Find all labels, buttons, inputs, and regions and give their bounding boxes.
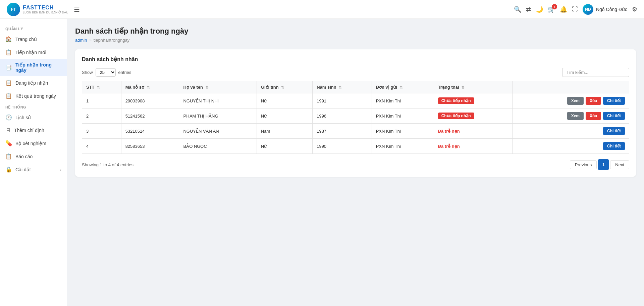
btn-chitiết[interactable]: Chi tiết <box>603 142 625 150</box>
monitor-icon: 🖥 <box>5 127 11 133</box>
pagination-wrap: Showing 1 to 4 of 4 entries Previous 1 N… <box>82 159 629 170</box>
col-stt: STT ⇅ <box>82 81 121 93</box>
document-icon: 📑 <box>5 64 12 71</box>
action-buttons: XemXóaChi tiết <box>517 97 625 105</box>
avatar: NĐ <box>583 4 593 15</box>
cell-stt: 4 <box>82 139 121 154</box>
card-title: Danh sách bệnh nhân <box>82 56 629 62</box>
sidebar-section-hethong: HỆ THỐNG <box>0 102 67 111</box>
cell-stt: 3 <box>82 124 121 139</box>
entries-label: entries <box>118 70 131 75</box>
topnav-right: 🔍 ⇄ 🌙 🛒 5 🔔 ⛶ NĐ Ngô Công Đức ⚙ <box>514 4 637 15</box>
user-info[interactable]: NĐ Ngô Công Đức <box>583 4 627 15</box>
clipboard2-icon: 📋 <box>5 80 12 86</box>
col-hovaten: Họ và tên ⇅ <box>179 81 257 93</box>
show-label: Show <box>82 70 93 75</box>
medicine-icon: 💊 <box>5 140 12 146</box>
sidebar-section-quanly: QUẢN LÝ <box>0 24 67 33</box>
sort-icon-hovaten[interactable]: ⇅ <box>206 85 209 89</box>
sidebar-label-themchinh: Thêm chỉ định <box>14 128 44 133</box>
table-controls: Show 25 50 100 entries <box>82 68 629 77</box>
action-buttons: XemXóaChi tiết <box>517 112 625 120</box>
patient-list-card: Danh sách bệnh nhân Show 25 50 100 entri… <box>75 49 636 177</box>
sidebar-label-tiepnhanmoi: Tiếp nhận mới <box>15 50 46 55</box>
btn-chitiết[interactable]: Chi tiết <box>603 97 625 105</box>
btn-chitiết[interactable]: Chi tiết <box>603 112 625 120</box>
settings-icon[interactable]: ⚙ <box>632 6 637 13</box>
col-actions <box>513 81 629 93</box>
sidebar-label-caidat: Cài đặt <box>15 167 31 172</box>
btn-chitiết[interactable]: Chi tiết <box>603 127 625 135</box>
sort-icon-gioitinh[interactable]: ⇅ <box>281 85 284 89</box>
cell-mahoso: 53210514 <box>121 124 179 139</box>
breadcrumb-admin[interactable]: admin <box>75 38 87 43</box>
cell-donvigui: PXN Kim Thi <box>372 139 434 154</box>
logo-icon: FT <box>7 3 20 16</box>
cell-actions: XemXóaChi tiết <box>513 108 629 124</box>
cell-stt: 1 <box>82 93 121 108</box>
cell-hovaten: PHẠM THỊ HẰNG <box>179 108 257 124</box>
sidebar-item-baocao[interactable]: 📋 Báo cáo <box>0 150 67 163</box>
search-icon[interactable]: 🔍 <box>514 6 521 13</box>
sort-icon-donvigui[interactable]: ⇅ <box>400 85 403 89</box>
sort-icon-trangthai[interactable]: ⇅ <box>462 85 465 89</box>
cell-namsinh: 1987 <box>313 124 372 139</box>
btn-xem[interactable]: Xem <box>567 112 584 120</box>
sidebar-label-baocao: Báo cáo <box>15 154 33 159</box>
sidebar-item-boxetnghiem[interactable]: 💊 Bộ xét nghiệm <box>0 137 67 150</box>
main-content: Danh sách tiếp nhận trong ngày admin » t… <box>67 19 644 306</box>
sidebar-item-ketquatrongngay[interactable]: 📋 Kết quả trong ngày <box>0 89 67 102</box>
cell-gioitinh: Nữ <box>257 139 312 154</box>
cell-gioitinh: Nữ <box>257 108 312 124</box>
moon-icon[interactable]: 🌙 <box>536 6 543 13</box>
pagination: Previous 1 Next <box>570 159 629 170</box>
clipboard-icon: 📋 <box>5 49 12 55</box>
previous-button[interactable]: Previous <box>570 160 597 169</box>
sidebar-item-dangtiepnhan[interactable]: 📋 Đang tiếp nhận <box>0 76 67 89</box>
sidebar-label-trangchu: Trang chủ <box>15 37 37 42</box>
sidebar-item-tiepnhanmoi[interactable]: 📋 Tiếp nhận mới <box>0 46 67 59</box>
cell-trangthai: Đã trễ hẹn <box>434 124 512 139</box>
hamburger-icon[interactable]: ☰ <box>74 5 80 13</box>
logo: FT FASTTECH LUÔN BÊN BẠN DÙ BẠN Ở ĐÂU <box>7 3 68 16</box>
sidebar-label-ketquatrongngay: Kết quả trong ngày <box>15 93 56 99</box>
col-namsinh: Năm sinh ⇅ <box>313 81 372 93</box>
page-number-1[interactable]: 1 <box>598 159 609 170</box>
breadcrumb-sep: » <box>89 38 91 43</box>
sidebar-item-lichsu[interactable]: 🕐 Lịch sử <box>0 111 67 124</box>
sidebar-label-dangtiepnhan: Đang tiếp nhận <box>15 80 48 86</box>
sort-icon-namsinh[interactable]: ⇅ <box>339 85 342 89</box>
table-row: 1 29003908 NGUYỄN THỊ NHI Nữ 1991 PXN Ki… <box>82 93 629 108</box>
page-title: Danh sách tiếp nhận trong ngày <box>75 27 636 36</box>
btn-xem[interactable]: Xem <box>567 97 584 105</box>
bell-icon[interactable]: 🔔 <box>560 6 567 13</box>
next-button[interactable]: Next <box>610 160 629 169</box>
sidebar-item-caidat[interactable]: 🔒 Cài đặt › <box>0 163 67 176</box>
cell-hovaten: NGUYỄN THỊ NHI <box>179 93 257 108</box>
fullscreen-icon[interactable]: ⛶ <box>572 6 578 13</box>
sort-icon-mahoso[interactable]: ⇅ <box>147 85 150 89</box>
sidebar-item-trangchu[interactable]: 🏠 Trang chủ <box>0 33 67 46</box>
search-input[interactable] <box>562 68 629 77</box>
results-icon: 📋 <box>5 93 12 99</box>
status-badge: Đã trễ hẹn <box>438 129 460 134</box>
btn-xóa[interactable]: Xóa <box>586 112 601 120</box>
chevron-right-icon: › <box>60 167 61 172</box>
cell-donvigui: PXN Kim Thi <box>372 124 434 139</box>
sidebar: QUẢN LÝ 🏠 Trang chủ 📋 Tiếp nhận mới 📑 Ti… <box>0 19 67 306</box>
cart-icon[interactable]: 🛒 5 <box>548 6 555 13</box>
translate-icon[interactable]: ⇄ <box>526 6 531 13</box>
breadcrumb-current: tiepnhantrongngay <box>94 38 130 43</box>
sort-icon-stt[interactable]: ⇅ <box>97 85 100 89</box>
entries-select[interactable]: 25 50 100 <box>96 68 116 77</box>
breadcrumb: admin » tiepnhantrongngay <box>75 38 636 43</box>
col-mahoso: Mã hồ sơ ⇅ <box>121 81 179 93</box>
table-row: 3 53210514 NGUYỄN VĂN AN Nam 1987 PXN Ki… <box>82 124 629 139</box>
cell-mahoso: 82583653 <box>121 139 179 154</box>
cell-stt: 2 <box>82 108 121 124</box>
sidebar-item-tiepnhantrongngay[interactable]: 📑 Tiếp nhận trong ngày <box>0 59 67 76</box>
sidebar-item-themchinh[interactable]: 🖥 Thêm chỉ định <box>0 124 67 137</box>
cell-donvigui: PXN Kim Thi <box>372 93 434 108</box>
btn-xóa[interactable]: Xóa <box>586 97 601 105</box>
report-icon: 📋 <box>5 153 12 160</box>
